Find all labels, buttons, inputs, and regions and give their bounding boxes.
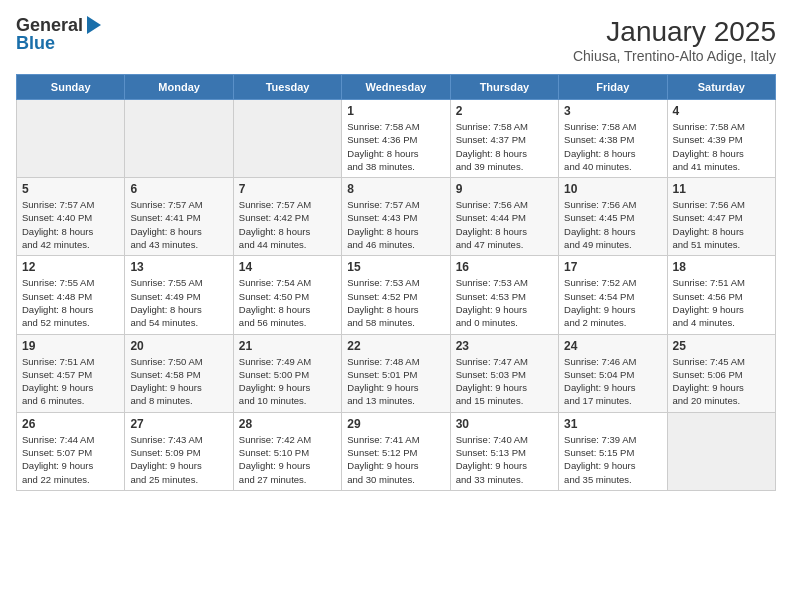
- calendar-cell: 6Sunrise: 7:57 AM Sunset: 4:41 PM Daylig…: [125, 178, 233, 256]
- day-info: Sunrise: 7:56 AM Sunset: 4:44 PM Dayligh…: [456, 198, 553, 251]
- week-row-5: 26Sunrise: 7:44 AM Sunset: 5:07 PM Dayli…: [17, 412, 776, 490]
- day-number: 27: [130, 417, 227, 431]
- calendar-cell: 5Sunrise: 7:57 AM Sunset: 4:40 PM Daylig…: [17, 178, 125, 256]
- weekday-header-saturday: Saturday: [667, 75, 775, 100]
- day-info: Sunrise: 7:57 AM Sunset: 4:42 PM Dayligh…: [239, 198, 336, 251]
- day-info: Sunrise: 7:51 AM Sunset: 4:56 PM Dayligh…: [673, 276, 770, 329]
- day-number: 29: [347, 417, 444, 431]
- day-info: Sunrise: 7:44 AM Sunset: 5:07 PM Dayligh…: [22, 433, 119, 486]
- calendar-cell: 21Sunrise: 7:49 AM Sunset: 5:00 PM Dayli…: [233, 334, 341, 412]
- day-info: Sunrise: 7:58 AM Sunset: 4:39 PM Dayligh…: [673, 120, 770, 173]
- calendar-cell: 19Sunrise: 7:51 AM Sunset: 4:57 PM Dayli…: [17, 334, 125, 412]
- calendar-cell: 31Sunrise: 7:39 AM Sunset: 5:15 PM Dayli…: [559, 412, 667, 490]
- day-info: Sunrise: 7:56 AM Sunset: 4:47 PM Dayligh…: [673, 198, 770, 251]
- calendar-cell: 28Sunrise: 7:42 AM Sunset: 5:10 PM Dayli…: [233, 412, 341, 490]
- day-number: 8: [347, 182, 444, 196]
- calendar-cell: 23Sunrise: 7:47 AM Sunset: 5:03 PM Dayli…: [450, 334, 558, 412]
- day-number: 13: [130, 260, 227, 274]
- week-row-4: 19Sunrise: 7:51 AM Sunset: 4:57 PM Dayli…: [17, 334, 776, 412]
- day-info: Sunrise: 7:47 AM Sunset: 5:03 PM Dayligh…: [456, 355, 553, 408]
- calendar-cell: 10Sunrise: 7:56 AM Sunset: 4:45 PM Dayli…: [559, 178, 667, 256]
- calendar-cell: [17, 100, 125, 178]
- day-number: 15: [347, 260, 444, 274]
- day-number: 14: [239, 260, 336, 274]
- logo: General Blue: [16, 16, 101, 52]
- day-number: 25: [673, 339, 770, 353]
- calendar-cell: 26Sunrise: 7:44 AM Sunset: 5:07 PM Dayli…: [17, 412, 125, 490]
- calendar-cell: [233, 100, 341, 178]
- calendar-table: SundayMondayTuesdayWednesdayThursdayFrid…: [16, 74, 776, 491]
- calendar-cell: 8Sunrise: 7:57 AM Sunset: 4:43 PM Daylig…: [342, 178, 450, 256]
- week-row-3: 12Sunrise: 7:55 AM Sunset: 4:48 PM Dayli…: [17, 256, 776, 334]
- logo-blue-text: Blue: [16, 34, 55, 52]
- day-number: 21: [239, 339, 336, 353]
- day-info: Sunrise: 7:53 AM Sunset: 4:52 PM Dayligh…: [347, 276, 444, 329]
- weekday-row: SundayMondayTuesdayWednesdayThursdayFrid…: [17, 75, 776, 100]
- day-number: 6: [130, 182, 227, 196]
- day-info: Sunrise: 7:57 AM Sunset: 4:40 PM Dayligh…: [22, 198, 119, 251]
- day-number: 19: [22, 339, 119, 353]
- day-info: Sunrise: 7:58 AM Sunset: 4:38 PM Dayligh…: [564, 120, 661, 173]
- calendar-cell: 14Sunrise: 7:54 AM Sunset: 4:50 PM Dayli…: [233, 256, 341, 334]
- day-info: Sunrise: 7:54 AM Sunset: 4:50 PM Dayligh…: [239, 276, 336, 329]
- day-number: 23: [456, 339, 553, 353]
- calendar-cell: 7Sunrise: 7:57 AM Sunset: 4:42 PM Daylig…: [233, 178, 341, 256]
- day-info: Sunrise: 7:46 AM Sunset: 5:04 PM Dayligh…: [564, 355, 661, 408]
- calendar-cell: 12Sunrise: 7:55 AM Sunset: 4:48 PM Dayli…: [17, 256, 125, 334]
- day-number: 31: [564, 417, 661, 431]
- calendar-cell: 3Sunrise: 7:58 AM Sunset: 4:38 PM Daylig…: [559, 100, 667, 178]
- day-info: Sunrise: 7:42 AM Sunset: 5:10 PM Dayligh…: [239, 433, 336, 486]
- calendar-cell: 25Sunrise: 7:45 AM Sunset: 5:06 PM Dayli…: [667, 334, 775, 412]
- calendar-cell: [667, 412, 775, 490]
- week-row-1: 1Sunrise: 7:58 AM Sunset: 4:36 PM Daylig…: [17, 100, 776, 178]
- day-info: Sunrise: 7:39 AM Sunset: 5:15 PM Dayligh…: [564, 433, 661, 486]
- day-number: 20: [130, 339, 227, 353]
- weekday-header-monday: Monday: [125, 75, 233, 100]
- weekday-header-thursday: Thursday: [450, 75, 558, 100]
- day-number: 3: [564, 104, 661, 118]
- day-info: Sunrise: 7:48 AM Sunset: 5:01 PM Dayligh…: [347, 355, 444, 408]
- day-info: Sunrise: 7:45 AM Sunset: 5:06 PM Dayligh…: [673, 355, 770, 408]
- day-number: 1: [347, 104, 444, 118]
- day-info: Sunrise: 7:53 AM Sunset: 4:53 PM Dayligh…: [456, 276, 553, 329]
- weekday-header-tuesday: Tuesday: [233, 75, 341, 100]
- day-number: 26: [22, 417, 119, 431]
- calendar-cell: 29Sunrise: 7:41 AM Sunset: 5:12 PM Dayli…: [342, 412, 450, 490]
- calendar-cell: 20Sunrise: 7:50 AM Sunset: 4:58 PM Dayli…: [125, 334, 233, 412]
- day-info: Sunrise: 7:55 AM Sunset: 4:49 PM Dayligh…: [130, 276, 227, 329]
- title-block: January 2025 Chiusa, Trentino-Alto Adige…: [573, 16, 776, 64]
- day-info: Sunrise: 7:57 AM Sunset: 4:41 PM Dayligh…: [130, 198, 227, 251]
- calendar-subtitle: Chiusa, Trentino-Alto Adige, Italy: [573, 48, 776, 64]
- day-number: 7: [239, 182, 336, 196]
- day-info: Sunrise: 7:43 AM Sunset: 5:09 PM Dayligh…: [130, 433, 227, 486]
- calendar-cell: 13Sunrise: 7:55 AM Sunset: 4:49 PM Dayli…: [125, 256, 233, 334]
- day-info: Sunrise: 7:56 AM Sunset: 4:45 PM Dayligh…: [564, 198, 661, 251]
- day-number: 11: [673, 182, 770, 196]
- calendar-body: 1Sunrise: 7:58 AM Sunset: 4:36 PM Daylig…: [17, 100, 776, 491]
- day-number: 5: [22, 182, 119, 196]
- day-number: 9: [456, 182, 553, 196]
- day-number: 17: [564, 260, 661, 274]
- day-number: 30: [456, 417, 553, 431]
- calendar-header: SundayMondayTuesdayWednesdayThursdayFrid…: [17, 75, 776, 100]
- calendar-cell: 9Sunrise: 7:56 AM Sunset: 4:44 PM Daylig…: [450, 178, 558, 256]
- day-number: 2: [456, 104, 553, 118]
- day-info: Sunrise: 7:50 AM Sunset: 4:58 PM Dayligh…: [130, 355, 227, 408]
- day-number: 10: [564, 182, 661, 196]
- calendar-cell: [125, 100, 233, 178]
- day-number: 24: [564, 339, 661, 353]
- calendar-cell: 22Sunrise: 7:48 AM Sunset: 5:01 PM Dayli…: [342, 334, 450, 412]
- week-row-2: 5Sunrise: 7:57 AM Sunset: 4:40 PM Daylig…: [17, 178, 776, 256]
- day-info: Sunrise: 7:49 AM Sunset: 5:00 PM Dayligh…: [239, 355, 336, 408]
- day-info: Sunrise: 7:55 AM Sunset: 4:48 PM Dayligh…: [22, 276, 119, 329]
- weekday-header-sunday: Sunday: [17, 75, 125, 100]
- day-number: 16: [456, 260, 553, 274]
- day-info: Sunrise: 7:58 AM Sunset: 4:37 PM Dayligh…: [456, 120, 553, 173]
- page-header: General Blue January 2025 Chiusa, Trenti…: [16, 16, 776, 64]
- calendar-cell: 17Sunrise: 7:52 AM Sunset: 4:54 PM Dayli…: [559, 256, 667, 334]
- day-number: 4: [673, 104, 770, 118]
- day-number: 28: [239, 417, 336, 431]
- calendar-cell: 18Sunrise: 7:51 AM Sunset: 4:56 PM Dayli…: [667, 256, 775, 334]
- day-number: 12: [22, 260, 119, 274]
- day-info: Sunrise: 7:52 AM Sunset: 4:54 PM Dayligh…: [564, 276, 661, 329]
